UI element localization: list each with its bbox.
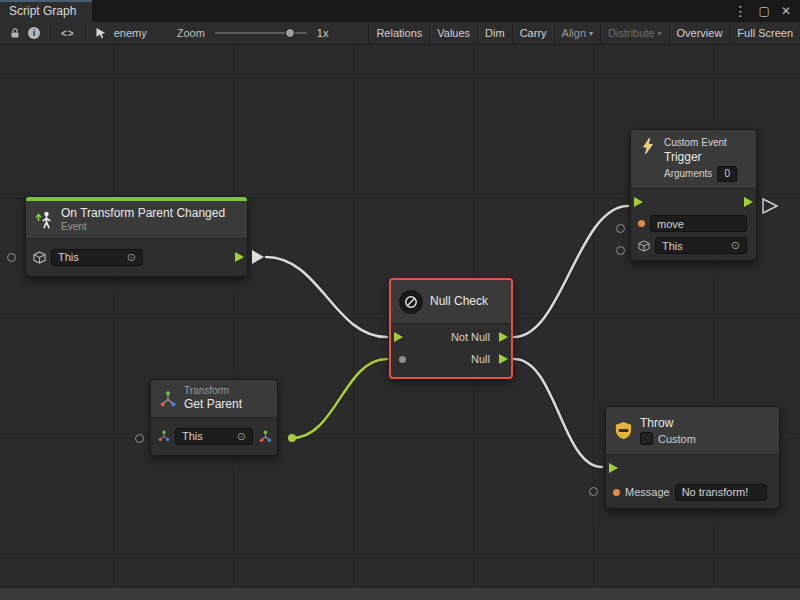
this-value: This xyxy=(662,240,683,252)
fullscreen-button[interactable]: Full Screen xyxy=(729,22,800,44)
flow-output-port[interactable] xyxy=(235,252,244,262)
node-header[interactable]: Transform Get Parent xyxy=(151,380,277,418)
custom-event-bolt-icon xyxy=(639,137,657,155)
null-output-port[interactable] xyxy=(499,354,508,364)
dim-button[interactable]: Dim xyxy=(477,22,512,44)
node-body: Message No transform! xyxy=(606,455,779,508)
message-value: No transform! xyxy=(682,486,749,498)
statusbar xyxy=(0,587,800,600)
chevron-down-icon: ▾ xyxy=(658,29,662,38)
value-input-port[interactable] xyxy=(399,356,406,363)
wire-notnull-to-customevent[interactable] xyxy=(514,206,628,337)
kebab-menu-icon[interactable]: ⋮ xyxy=(734,4,748,18)
node-get-parent[interactable]: Transform Get Parent This ⊙ xyxy=(150,379,278,456)
event-name-input-port[interactable] xyxy=(638,220,645,227)
node-header[interactable]: Null Check xyxy=(391,280,511,324)
tab-script-graph[interactable]: Script Graph xyxy=(0,0,92,22)
window-controls: ⋮ ▢ ✕ xyxy=(734,0,800,22)
node-title: Null Check xyxy=(430,294,488,308)
close-icon[interactable]: ✕ xyxy=(781,5,791,17)
button-label: Carry xyxy=(520,27,547,39)
unity-script-graph-window: Script Graph ⋮ ▢ ✕ i <> enemy Zoom 1x Re… xyxy=(0,0,800,600)
distribute-button[interactable]: Distribute▾ xyxy=(600,22,668,44)
node-category: Custom Event xyxy=(664,137,737,150)
node-null-check[interactable]: Null Check Not Null Null xyxy=(389,278,513,379)
message-input-port[interactable] xyxy=(613,489,620,496)
gameobject-cube-icon xyxy=(638,240,650,252)
code-icon[interactable]: <> xyxy=(61,28,75,39)
flow-input-port[interactable] xyxy=(394,332,403,342)
port-row: This ⊙ xyxy=(151,420,277,452)
port-row xyxy=(631,191,756,213)
tab-title: Script Graph xyxy=(9,4,76,18)
arguments-count-field[interactable]: 0 xyxy=(717,166,737,182)
info-icon[interactable]: i xyxy=(28,27,40,39)
custom-checkbox[interactable] xyxy=(640,432,653,445)
node-custom-event-trigger[interactable]: Custom Event Trigger Arguments 0 move xyxy=(630,129,757,261)
flow-input-port[interactable] xyxy=(634,197,643,207)
button-label: Relations xyxy=(376,27,422,39)
target-picker-icon[interactable]: ⊙ xyxy=(127,252,136,263)
flow-output-port[interactable] xyxy=(744,197,753,207)
lock-icon[interactable] xyxy=(6,24,24,42)
unconnected-ring-port[interactable] xyxy=(616,224,625,233)
node-body: move This ⊙ xyxy=(631,189,756,260)
button-label: Full Screen xyxy=(737,27,793,39)
node-body: Not Null Null xyxy=(391,324,511,377)
unconnected-flow-triangle[interactable] xyxy=(763,199,777,213)
chevron-down-icon: ▾ xyxy=(589,29,593,38)
event-name-field[interactable]: move xyxy=(650,215,747,232)
button-label: Values xyxy=(437,27,470,39)
align-button[interactable]: Align▾ xyxy=(554,22,600,44)
unconnected-ring-port[interactable] xyxy=(135,434,144,443)
node-body: This ⊙ xyxy=(26,239,247,276)
maximize-icon[interactable]: ▢ xyxy=(759,5,770,17)
node-header[interactable]: Custom Event Trigger Arguments 0 xyxy=(631,130,756,189)
target-picker-icon[interactable]: ⊙ xyxy=(237,431,246,442)
node-on-transform-parent-changed[interactable]: On Transform Parent Changed Event This ⊙ xyxy=(25,196,248,277)
graph-canvas[interactable]: On Transform Parent Changed Event This ⊙ xyxy=(0,45,800,588)
message-label: Message xyxy=(625,486,670,498)
arguments-row: Arguments 0 xyxy=(664,166,737,182)
overview-button[interactable]: Overview xyxy=(669,22,730,44)
node-body: This ⊙ xyxy=(151,418,277,455)
unconnected-ring-port[interactable] xyxy=(7,253,16,262)
port-row: This ⊙ xyxy=(26,241,247,273)
not-null-output-port[interactable] xyxy=(499,332,508,342)
values-button[interactable]: Values xyxy=(429,22,477,44)
node-header[interactable]: Throw Custom xyxy=(606,407,779,455)
unconnected-ring-port[interactable] xyxy=(589,487,598,496)
toolbar-separator xyxy=(50,26,51,40)
zoom-label: Zoom xyxy=(177,27,205,39)
toolbar-separator xyxy=(85,26,86,40)
transform-output-port[interactable] xyxy=(259,430,272,443)
titlebar: Script Graph ⋮ ▢ ✕ xyxy=(0,0,800,22)
node-title: Throw xyxy=(640,416,696,430)
zoom-value: 1x xyxy=(317,27,329,39)
node-throw[interactable]: Throw Custom Message No transform! xyxy=(605,406,780,509)
target-picker-icon[interactable]: ⊙ xyxy=(731,240,740,251)
wire-event-to-nullcheck[interactable] xyxy=(266,257,387,337)
transform-icon xyxy=(159,390,177,408)
relations-button[interactable]: Relations xyxy=(368,22,429,44)
wire-getparent-to-nullcheck[interactable] xyxy=(292,359,387,438)
this-dropdown[interactable]: This ⊙ xyxy=(655,237,747,254)
graph-name: enemy xyxy=(114,27,147,39)
carry-button[interactable]: Carry xyxy=(512,22,554,44)
unconnected-ring-port[interactable] xyxy=(616,246,625,255)
flow-start-triangle[interactable] xyxy=(252,250,264,264)
wire-null-to-throw[interactable] xyxy=(514,359,602,467)
flow-input-port[interactable] xyxy=(609,463,618,473)
button-label: Align xyxy=(562,27,586,39)
zoom-slider[interactable] xyxy=(215,32,307,34)
this-dropdown[interactable]: This ⊙ xyxy=(51,249,143,266)
this-dropdown[interactable]: This ⊙ xyxy=(175,428,253,445)
port-row: This ⊙ xyxy=(631,235,756,257)
port-row: Null xyxy=(391,348,511,370)
transform-input-icon xyxy=(158,430,170,442)
message-field[interactable]: No transform! xyxy=(675,484,767,501)
throw-shield-icon xyxy=(614,421,633,440)
node-header[interactable]: On Transform Parent Changed Event xyxy=(26,201,247,239)
node-title: Get Parent xyxy=(184,397,242,411)
zoom-slider-knob[interactable] xyxy=(285,28,295,38)
